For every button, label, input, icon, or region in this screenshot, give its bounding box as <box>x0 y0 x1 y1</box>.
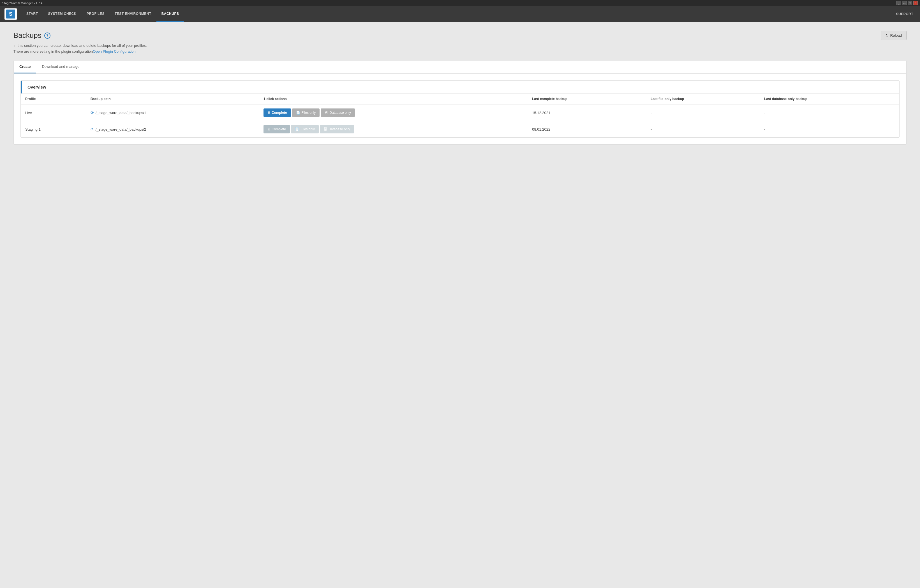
cell-last-db-staging: - <box>760 121 899 138</box>
table-header: Profile Backup path 1-click actions Last… <box>21 94 899 105</box>
tab-create[interactable]: Create <box>14 60 36 73</box>
page-title-text: Backups <box>13 31 42 40</box>
db-icon-live: 🗄 <box>325 111 328 115</box>
col-last-file-only: Last file-only backup <box>646 94 760 105</box>
action-buttons-staging: ⊞ Complete 📄 Files only 🗄 <box>264 125 523 133</box>
logo-area: S <box>0 6 21 22</box>
open-plugin-config-link[interactable]: Open Plugin Configuration <box>93 49 136 53</box>
files-icon-staging: 📄 <box>295 127 299 131</box>
db-only-button-live[interactable]: 🗄 Database only <box>321 109 355 117</box>
description-text: In this section you can create, download… <box>13 44 907 48</box>
top-nav: S START SYSTEM CHECK PROFILES TEST ENVIR… <box>0 6 920 22</box>
complete-button-staging: ⊞ Complete <box>264 125 290 133</box>
path-icon-live: ⟳ <box>91 110 94 115</box>
main-card: Create Download and manage Overview Prof… <box>13 60 907 145</box>
table-row: Live ⟳ /_stage_ware_data/_backups/1 <box>21 105 899 121</box>
col-profile: Profile <box>21 94 86 105</box>
cell-last-complete-live: 15.12.2021 <box>528 105 646 121</box>
nav-start[interactable]: START <box>21 6 43 22</box>
cell-actions-live: ⊞ Complete 📄 Files only 🗄 <box>259 105 528 121</box>
cell-last-file-staging: - <box>646 121 760 138</box>
plugin-config-text: There are more setting in the plugin con… <box>13 49 907 53</box>
db-only-button-staging: 🗄 Database only <box>320 125 354 133</box>
app-title: StageWare® Manager - 1.7.4 <box>2 2 42 5</box>
reload-icon: ↻ <box>886 33 889 37</box>
cell-last-complete-staging: 08.01.2022 <box>528 121 646 138</box>
cell-path-staging: ⟳ /_stage_ware_data/_backups/2 <box>86 121 259 138</box>
path-icon-staging: ⟳ <box>91 127 94 131</box>
nav-test-environment[interactable]: TEST ENVIRONMENT <box>110 6 156 22</box>
overview-header: Overview <box>21 81 899 94</box>
logo-icon: S <box>6 10 15 18</box>
cell-last-db-live: - <box>760 105 899 121</box>
col-last-complete: Last complete backup <box>528 94 646 105</box>
tab-download-manage[interactable]: Download and manage <box>36 60 85 73</box>
db-icon-staging: 🗄 <box>324 127 327 131</box>
overview-section: Overview Profile Backup path 1-click act… <box>21 81 899 138</box>
backups-table: Profile Backup path 1-click actions Last… <box>21 94 899 137</box>
complete-button-live[interactable]: ⊞ Complete <box>264 109 291 117</box>
files-only-button-live[interactable]: 📄 Files only <box>292 109 320 117</box>
help-icon[interactable]: ? <box>44 32 50 39</box>
page-title-row: Backups ? ↻ Reload <box>13 31 907 40</box>
nav-profiles[interactable]: PROFILES <box>82 6 110 22</box>
path-text-staging: /_stage_ware_data/_backups/2 <box>96 127 146 131</box>
window-controls: _ ▭ □ ✕ <box>896 1 918 5</box>
restore-button[interactable]: ▭ <box>902 1 907 5</box>
nav-items: START SYSTEM CHECK PROFILES TEST ENVIRON… <box>21 6 889 22</box>
title-bar: StageWare® Manager - 1.7.4 _ ▭ □ ✕ <box>0 0 920 6</box>
complete-icon-live: ⊞ <box>267 111 270 115</box>
cell-profile-live: Live <box>21 105 86 121</box>
table-row: Staging 1 ⟳ /_stage_ware_data/_backups/2 <box>21 121 899 138</box>
col-last-db-only: Last database-only backup <box>760 94 899 105</box>
close-button[interactable]: ✕ <box>913 1 918 5</box>
table-body: Live ⟳ /_stage_ware_data/_backups/1 <box>21 105 899 138</box>
svg-text:S: S <box>9 11 12 17</box>
cell-actions-staging: ⊞ Complete 📄 Files only 🗄 <box>259 121 528 138</box>
reload-button[interactable]: ↻ Reload <box>881 31 907 40</box>
path-text-live: /_stage_ware_data/_backups/1 <box>96 111 146 115</box>
minimize-button[interactable]: _ <box>896 1 901 5</box>
files-only-button-staging: 📄 Files only <box>291 125 319 133</box>
table-header-row: Profile Backup path 1-click actions Last… <box>21 94 899 105</box>
nav-system-check[interactable]: SYSTEM CHECK <box>43 6 82 22</box>
cell-profile-staging: Staging 1 <box>21 121 86 138</box>
cell-path-live: ⟳ /_stage_ware_data/_backups/1 <box>86 105 259 121</box>
nav-support[interactable]: SUPPORT <box>889 12 920 16</box>
nav-backups[interactable]: BACKUPS <box>156 6 184 22</box>
complete-icon-staging: ⊞ <box>267 127 270 131</box>
col-backup-path: Backup path <box>86 94 259 105</box>
col-one-click-actions: 1-click actions <box>259 94 528 105</box>
page-content: Backups ? ↻ Reload In this section you c… <box>0 22 920 588</box>
files-icon-live: 📄 <box>296 111 300 115</box>
logo: S <box>5 8 17 19</box>
tab-bar: Create Download and manage <box>14 60 906 74</box>
maximize-button[interactable]: □ <box>908 1 912 5</box>
cell-last-file-live: - <box>646 105 760 121</box>
page-title-area: Backups ? <box>13 31 50 40</box>
action-buttons-live: ⊞ Complete 📄 Files only 🗄 <box>264 109 523 117</box>
card-body: Overview Profile Backup path 1-click act… <box>14 74 906 144</box>
